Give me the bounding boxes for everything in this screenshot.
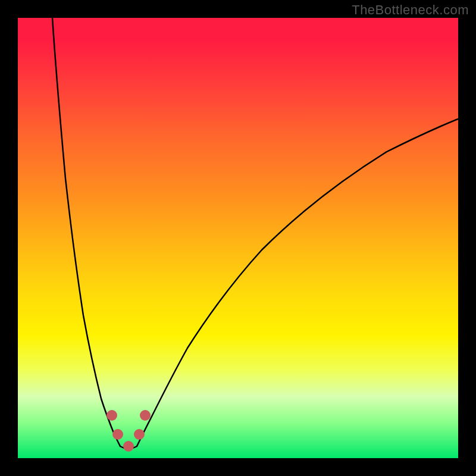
heatmap-plot-area <box>18 18 458 458</box>
stage: TheBottleneck.com <box>0 0 476 476</box>
left-branch-curve <box>52 18 120 446</box>
curve-overlay <box>18 18 458 458</box>
watermark-text: TheBottleneck.com <box>352 2 469 18</box>
bottom-nub-right2 <box>134 429 145 440</box>
bottom-nub-left2 <box>112 429 123 440</box>
bottom-nub-right <box>140 410 151 421</box>
bottom-nub-left <box>107 410 117 421</box>
bottom-nub-mid <box>123 441 134 452</box>
right-branch-curve <box>137 119 458 446</box>
